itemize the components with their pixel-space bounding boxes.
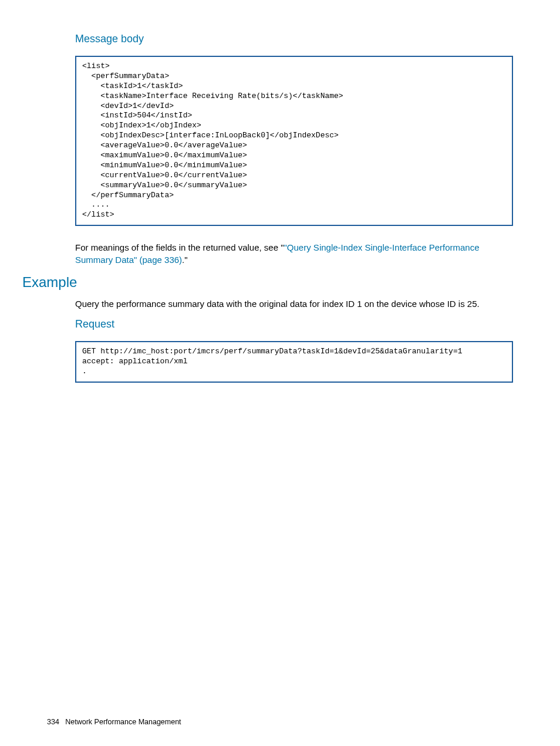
page-number: 334	[47, 718, 59, 726]
example-heading: Example	[22, 274, 513, 291]
message-body-heading: Message body	[75, 33, 513, 45]
para-text-pre: For meanings of the fields in the return…	[75, 242, 284, 252]
page-footer: 334 Network Performance Management	[47, 718, 181, 726]
request-heading: Request	[75, 318, 513, 330]
request-code: GET http://imc_host:port/imcrs/perf/summ…	[75, 341, 513, 383]
example-intro: Query the performance summary data with …	[75, 298, 513, 310]
meanings-paragraph: For meanings of the fields in the return…	[75, 241, 513, 266]
message-body-code: <list> <perfSummaryData> <taskId>1</task…	[75, 56, 513, 226]
para-text-post: ."	[182, 255, 188, 265]
footer-label: Network Performance Management	[65, 718, 181, 726]
